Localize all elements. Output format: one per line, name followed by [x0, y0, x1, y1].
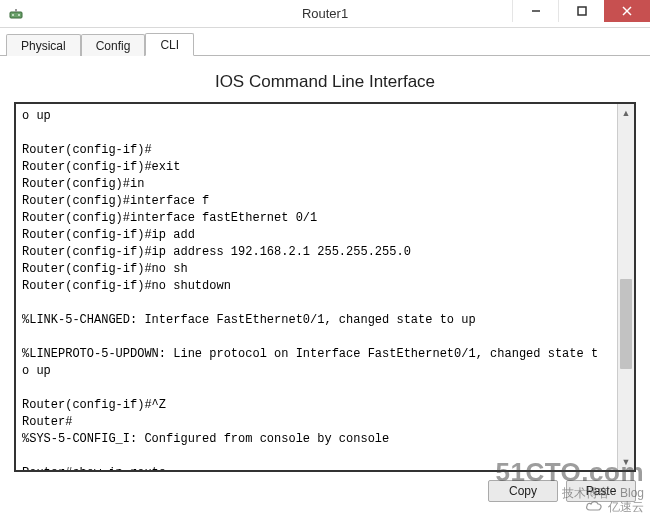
tab-bar: Physical Config CLI: [0, 28, 650, 56]
paste-button[interactable]: Paste: [566, 480, 636, 502]
maximize-button[interactable]: [558, 0, 604, 22]
button-row: Copy Paste: [14, 480, 636, 502]
app-icon: [8, 6, 24, 22]
scroll-thumb[interactable]: [620, 279, 632, 369]
terminal-container: o up Router(config-if)# Router(config-if…: [14, 102, 636, 472]
terminal-scrollbar[interactable]: ▲ ▼: [617, 104, 634, 470]
tab-content: IOS Command Line Interface o up Router(c…: [0, 56, 650, 516]
window-titlebar: Router1: [0, 0, 650, 28]
svg-point-1: [12, 14, 14, 16]
tab-config[interactable]: Config: [81, 34, 146, 56]
scroll-down-icon[interactable]: ▼: [618, 453, 634, 470]
section-title: IOS Command Line Interface: [14, 72, 636, 92]
scroll-up-icon[interactable]: ▲: [618, 104, 634, 121]
minimize-button[interactable]: [512, 0, 558, 22]
svg-point-2: [18, 14, 20, 16]
close-button[interactable]: [604, 0, 650, 22]
svg-rect-0: [10, 12, 22, 18]
terminal-output[interactable]: o up Router(config-if)# Router(config-if…: [16, 104, 617, 470]
window-controls: [512, 0, 650, 22]
svg-rect-3: [15, 9, 17, 12]
svg-rect-5: [578, 7, 586, 15]
copy-button[interactable]: Copy: [488, 480, 558, 502]
tab-physical[interactable]: Physical: [6, 34, 81, 56]
tab-cli[interactable]: CLI: [145, 33, 194, 56]
